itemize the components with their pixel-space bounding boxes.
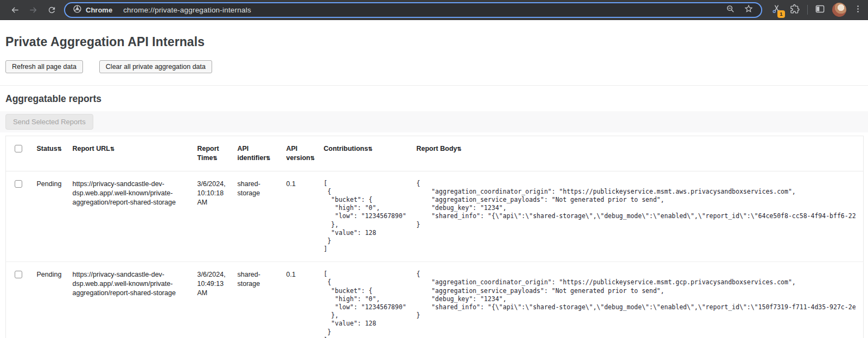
menu-kebab-icon[interactable]: [853, 4, 863, 16]
sort-icon: ⇅: [266, 155, 270, 161]
report-time-cell: 3/6/2024, 10:10:18 AM: [197, 171, 238, 262]
reports-toolbar: Send Selected Reports: [0, 111, 868, 132]
table-header-row: Status⇅ Report URL⇅ Report Time⇅ API ide…: [6, 136, 864, 171]
toolbar-separator: [807, 5, 808, 15]
select-all-checkbox[interactable]: [15, 145, 22, 152]
sort-icon: ⇅: [457, 146, 461, 152]
contributions-json: [ { "bucket": { "high": "0", "low": "123…: [324, 270, 409, 338]
section-divider: [0, 85, 868, 86]
report-url-cell: https://privacy-sandcastle-dev-dsp.web.a…: [73, 171, 197, 262]
contributions-json: [ { "bucket": { "high": "0", "low": "123…: [324, 180, 409, 254]
column-header-api-identifier[interactable]: API identifier⇅: [238, 136, 286, 171]
api-version-cell: 0.1: [286, 171, 324, 262]
send-selected-reports-button[interactable]: Send Selected Reports: [5, 114, 93, 130]
extension-badge: 1: [777, 10, 785, 18]
url-text: chrome://private-aggregation-internals: [117, 6, 726, 14]
zoom-icon[interactable]: [726, 4, 735, 16]
side-panel-icon[interactable]: [815, 4, 825, 16]
table-row: Pending https://privacy-sandcastle-dev-d…: [6, 262, 864, 338]
address-bar[interactable]: Chrome chrome://private-aggregation-inte…: [64, 2, 762, 18]
reload-icon: [47, 5, 56, 15]
sort-icon: ⇅: [213, 155, 216, 161]
contributions-cell: [ { "bucket": { "high": "0", "low": "123…: [324, 171, 417, 262]
extension-scissors-button[interactable]: 1: [770, 3, 783, 16]
table-row: Pending https://privacy-sandcastle-dev-d…: [6, 171, 864, 262]
forward-arrow-icon: [29, 5, 38, 15]
column-header-contributions[interactable]: Contributions⇅: [324, 136, 417, 171]
status-cell: Pending: [37, 171, 73, 262]
report-body-cell: { "aggregation_coordinator_origin": "htt…: [417, 171, 864, 262]
sort-icon: ⇅: [310, 155, 314, 161]
report-body-json: { "aggregation_coordinator_origin": "htt…: [417, 270, 856, 320]
row-checkbox[interactable]: [15, 180, 22, 188]
api-version-cell: 0.1: [286, 262, 324, 338]
sort-icon: ⇅: [58, 146, 61, 152]
status-cell: Pending: [37, 262, 73, 338]
bookmark-star-icon[interactable]: [744, 4, 754, 16]
column-header-report-time[interactable]: Report Time⇅: [197, 136, 238, 171]
browser-toolbar: Chrome chrome://private-aggregation-inte…: [0, 0, 868, 20]
extensions-puzzle-icon[interactable]: [790, 4, 800, 16]
report-body-json: { "aggregation_coordinator_origin": "htt…: [417, 180, 856, 229]
chrome-chip-label: Chrome: [86, 6, 112, 14]
report-url-cell: https://privacy-sandcastle-dev-dsp.web.a…: [73, 262, 197, 338]
chrome-logo-icon: [73, 4, 82, 16]
api-identifier-cell: shared-storage: [238, 171, 286, 262]
page-content: Private Aggregation API Internals Refres…: [0, 35, 868, 338]
api-identifier-cell: shared-storage: [238, 262, 286, 338]
back-button[interactable]: [8, 3, 22, 17]
column-header-api-version[interactable]: API version⇅: [286, 136, 324, 171]
aggregatable-reports-title: Aggregatable reports: [5, 93, 863, 105]
contributions-cell: [ { "bucket": { "high": "0", "low": "123…: [324, 262, 417, 338]
sort-icon: ⇅: [110, 146, 114, 152]
reload-button[interactable]: [44, 3, 59, 17]
page-title: Private Aggregation API Internals: [5, 35, 863, 49]
report-body-cell: { "aggregation_coordinator_origin": "htt…: [417, 262, 864, 338]
column-header-report-body[interactable]: Report Body⇅: [417, 136, 864, 171]
column-header-report-url[interactable]: Report URL⇅: [73, 136, 197, 171]
chrome-chip: Chrome: [71, 4, 117, 16]
sort-icon: ⇅: [368, 146, 372, 152]
profile-avatar[interactable]: [832, 3, 846, 17]
report-time-cell: 3/6/2024, 10:49:13 AM: [197, 262, 238, 338]
column-header-status[interactable]: Status⇅: [37, 136, 73, 171]
row-checkbox[interactable]: [15, 271, 22, 278]
refresh-all-page-data-button[interactable]: Refresh all page data: [5, 60, 83, 73]
back-arrow-icon: [10, 5, 20, 15]
forward-button[interactable]: [26, 3, 40, 17]
clear-all-private-aggregation-data-button[interactable]: Clear all private aggregation data: [99, 60, 212, 73]
reports-table: Status⇅ Report URL⇅ Report Time⇅ API ide…: [5, 136, 864, 338]
